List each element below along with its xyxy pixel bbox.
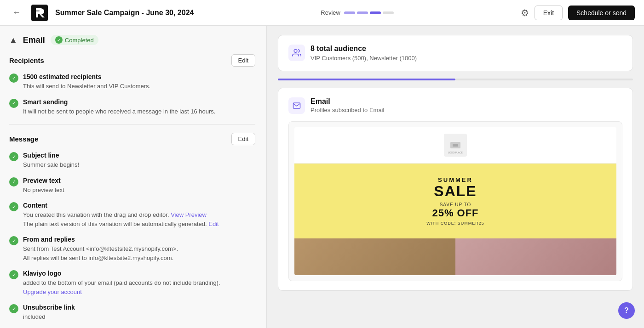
klaviyo-logo-item: ✓ Klaviyo logo added to the bottom of yo… <box>9 270 255 296</box>
from-replies-desc2: All replies will be sent to info@kltests… <box>23 254 173 261</box>
content-desc-text2: The plain text version of this variation… <box>23 221 207 227</box>
message-section-header: Message Edit <box>9 133 255 145</box>
from-replies-item: ✓ From and replies Sent from Test Accoun… <box>9 236 255 262</box>
content-item: ✓ Content You created this variation wit… <box>9 202 255 228</box>
completed-badge: ✓ Completed <box>51 35 98 45</box>
campaign-title: Summer Sale Campaign - June 30, 2024 <box>55 9 194 17</box>
klaviyo-logo-icon <box>31 5 48 21</box>
collapse-button[interactable]: ▲ <box>9 35 17 45</box>
audience-card-header: 8 total audience VIP Customers (500), Ne… <box>288 45 622 62</box>
exit-button[interactable]: Exit <box>535 6 563 20</box>
nav-right: ⚙ Exit Schedule or send <box>521 6 635 20</box>
nav-center: Review <box>321 9 394 16</box>
preview-banner: SUMMER SALE SAVE UP TO 25% OFF WITH CODE… <box>294 164 616 238</box>
estimated-recipients-title: 1500 estimated recipients <box>23 73 150 80</box>
progress-dot-3 <box>370 11 381 14</box>
check-icon-4: ✓ <box>9 177 18 187</box>
left-panel: ▲ Email ✓ Completed Recipients Edit ✓ 15… <box>0 26 267 328</box>
preview-text-desc: No preview text <box>23 186 64 195</box>
progress-dots <box>344 11 394 14</box>
audience-subtitle: VIP Customers (500), Newsletter (1000) <box>310 55 417 62</box>
help-button[interactable]: ? <box>618 302 635 319</box>
recipients-title: Recipients <box>9 57 44 64</box>
klaviyo-logo <box>31 5 48 21</box>
smart-sending-content: Smart sending It will not be sent to peo… <box>23 98 215 116</box>
audience-total-title: 8 total audience <box>310 45 417 53</box>
from-replies-desc1: Sent from Test Account <info@kltestsite2… <box>23 245 178 252</box>
svg-rect-1 <box>36 11 40 11</box>
svg-text:LOGO PLACE: LOGO PLACE <box>448 151 463 154</box>
email-profiles-subtitle: Profiles subscribed to Email <box>310 107 384 113</box>
view-preview-link[interactable]: View Preview <box>171 211 207 218</box>
completed-label: Completed <box>65 37 94 44</box>
preview-logo-area: LOGO PLACE <box>294 127 616 164</box>
unsubscribe-title: Unsubscribe link <box>23 304 75 311</box>
preview-banner-save: SAVE UP TO <box>304 202 607 207</box>
email-preview-container: LOGO PLACE SUMMER SALE SAVE UP TO 25% OF… <box>288 121 622 281</box>
tab-bar <box>278 79 633 80</box>
check-icon-7: ✓ <box>9 270 18 279</box>
klaviyo-logo-title: Klaviyo logo <box>23 270 220 277</box>
preview-text-item: ✓ Preview text No preview text <box>9 177 255 195</box>
content-title: Content <box>23 202 219 209</box>
subject-line-content: Subject line Summer sale begins! <box>23 152 79 170</box>
from-replies-content: From and replies Sent from Test Account … <box>23 236 178 262</box>
recipients-edit-button[interactable]: Edit <box>231 54 255 67</box>
email-profiles-title: Email <box>310 97 384 106</box>
audience-icon <box>288 45 305 61</box>
settings-button[interactable]: ⚙ <box>521 7 529 18</box>
audience-card: 8 total audience VIP Customers (500), Ne… <box>278 35 633 71</box>
from-replies-desc: Sent from Test Account <info@kltestsite2… <box>23 244 178 262</box>
preview-banner-code: WITH CODE: SUMMER25 <box>304 221 607 226</box>
smart-sending-desc: It will not be sent to people who receiv… <box>23 107 215 116</box>
content-edit-link[interactable]: Edit <box>208 221 218 227</box>
help-icon: ? <box>624 306 629 315</box>
preview-text-content: Preview text No preview text <box>23 177 64 195</box>
klaviyo-logo-content: Klaviyo logo added to the bottom of your… <box>23 270 220 296</box>
estimated-recipients-content: 1500 estimated recipients This will send… <box>23 73 150 91</box>
email-profiles-info: Email Profiles subscribed to Email <box>310 97 384 113</box>
subject-line-title: Subject line <box>23 152 79 159</box>
preview-logo-placeholder: LOGO PLACE <box>444 134 467 157</box>
subject-line-item: ✓ Subject line Summer sale begins! <box>9 152 255 170</box>
progress-dot-1 <box>344 11 355 14</box>
message-title: Message <box>9 135 38 143</box>
estimated-recipients-item: ✓ 1500 estimated recipients This will se… <box>9 73 255 91</box>
preview-images <box>294 238 616 275</box>
unsubscribe-desc: included <box>23 312 75 322</box>
klaviyo-logo-desc-text: added to the bottom of your email (paid … <box>23 279 220 286</box>
subject-line-desc: Summer sale begins! <box>23 160 79 170</box>
email-preview-inner: LOGO PLACE SUMMER SALE SAVE UP TO 25% OF… <box>294 127 616 275</box>
review-label: Review <box>321 9 340 16</box>
nav-left: ← Summer Sale Campaign - June 30, 2024 <box>9 5 194 21</box>
email-header-left: ▲ Email ✓ Completed <box>9 35 98 45</box>
audience-info: 8 total audience VIP Customers (500), Ne… <box>310 45 417 62</box>
estimated-recipients-desc: This will send to Newsletter and VIP Cus… <box>23 82 150 91</box>
tab-active-indicator <box>278 79 455 80</box>
check-icon-1: ✓ <box>9 74 18 83</box>
right-panel: 8 total audience VIP Customers (500), Ne… <box>267 26 644 328</box>
schedule-or-send-button[interactable]: Schedule or send <box>568 6 635 20</box>
svg-point-2 <box>294 50 297 53</box>
section-divider-1 <box>9 124 255 124</box>
message-edit-button[interactable]: Edit <box>231 133 255 145</box>
preview-text-title: Preview text <box>23 177 64 184</box>
preview-img-1 <box>294 238 455 275</box>
progress-dot-4 <box>383 11 394 14</box>
back-button[interactable]: ← <box>9 6 24 20</box>
check-icon-5: ✓ <box>9 202 18 211</box>
email-label: Email <box>23 35 45 45</box>
progress-dot-2 <box>357 11 368 14</box>
svg-rect-5 <box>453 144 458 147</box>
completed-check-icon: ✓ <box>55 36 63 44</box>
progress-bar <box>344 11 394 14</box>
content-desc-text: You created this variation with the drag… <box>23 211 169 218</box>
top-nav: ← Summer Sale Campaign - June 30, 2024 R… <box>0 0 644 26</box>
content-desc: You created this variation with the drag… <box>23 210 219 228</box>
preview-img-2 <box>455 238 616 275</box>
upgrade-account-link[interactable]: Upgrade your account <box>23 288 82 295</box>
check-icon-2: ✓ <box>9 99 18 108</box>
email-profiles-icon <box>288 97 305 114</box>
recipients-section-header: Recipients Edit <box>9 54 255 67</box>
email-profiles-header: Email Profiles subscribed to Email <box>288 97 622 114</box>
